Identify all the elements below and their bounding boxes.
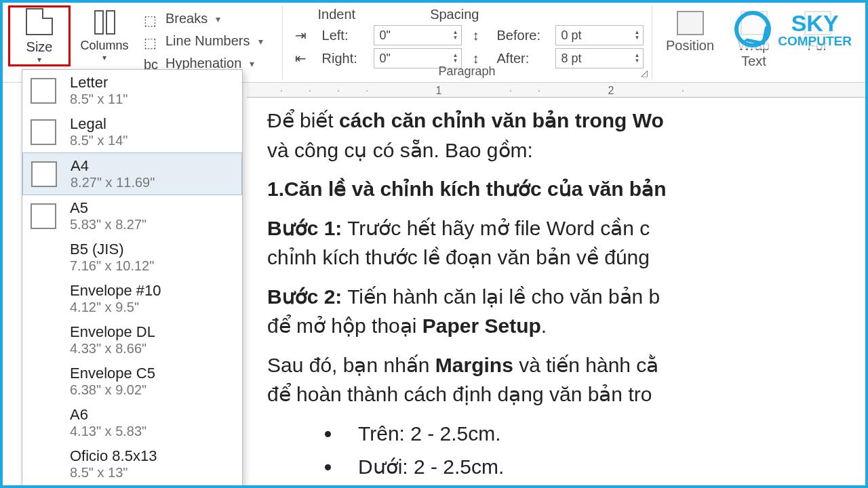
position-button[interactable]: Position (663, 11, 717, 54)
size-option-name: Legal (70, 115, 127, 133)
size-option-name: Oficio 8.5x13 (70, 447, 157, 465)
size-button[interactable]: Size ▾ (8, 5, 71, 66)
document-area[interactable]: Để biết cách căn chỉnh văn bản trong Wo … (267, 99, 865, 485)
size-option-name: A4 (71, 157, 155, 175)
size-option-dims: 4.13" x 5.83" (70, 424, 146, 439)
columns-icon (94, 10, 115, 35)
doc-step-label: Bước 1: (267, 217, 342, 239)
size-option-dims: 7.16" x 10.12" (70, 258, 154, 274)
size-option-b5-jis-[interactable]: B5 (JIS)7.16" x 10.12" (22, 237, 242, 278)
size-option-name: A6 (70, 406, 146, 424)
ruler-mark-1: 1 (381, 85, 496, 97)
size-option-dims: 8.5" x 13" (70, 465, 157, 481)
doc-text: để hoàn thành cách định dạng văn bản tro (267, 383, 652, 405)
chevron-down-icon: ▾ (216, 14, 220, 24)
indent-right-value: 0" (380, 52, 391, 66)
size-option-letter[interactable]: Letter8.5" x 11" (22, 70, 242, 111)
paper-icon (31, 451, 56, 477)
paper-icon (31, 119, 56, 145)
hyphenation-icon: bc (144, 57, 160, 70)
size-option-a4[interactable]: A48.27" x 11.69" (22, 152, 242, 195)
size-option-envelope-10[interactable]: Envelope #104.12" x 9.5" (22, 278, 242, 319)
paper-icon (31, 245, 56, 270)
size-option-dims: 5.83" x 8.27" (70, 217, 146, 232)
line-numbers-icon: ⬚ (144, 35, 160, 48)
breaks-icon: ⬚ (144, 12, 160, 26)
logo-icon (734, 11, 771, 47)
paper-icon (31, 203, 56, 229)
doc-heading: 1.Căn lề và chỉnh kích thước của văn bản (267, 174, 865, 204)
paper-icon (31, 78, 56, 104)
spacing-before-value: 0 pt (561, 28, 582, 43)
indent-left-input[interactable]: 0" ▲▼ (374, 25, 462, 45)
size-option-dims: 4.33" x 8.66" (70, 341, 155, 357)
size-option-dims: 8.27" x 11.69" (71, 175, 155, 190)
size-option-envelope-dl[interactable]: Envelope DL4.33" x 8.66" (22, 319, 242, 361)
left-label: Left: (322, 28, 370, 43)
size-option-legal[interactable]: Legal8.5" x 14" (22, 111, 242, 152)
indent-left-icon: ⇥ (291, 27, 311, 43)
size-option-envelope-c5[interactable]: Envelope C56.38" x 9.02" (22, 361, 242, 402)
breaks-button[interactable]: ⬚ Breaks ▾ (138, 9, 269, 28)
dialog-launcher-icon[interactable]: ◿ (641, 68, 648, 78)
size-label: Size (26, 39, 53, 55)
breaks-label: Breaks (165, 11, 208, 26)
position-label: Position (666, 38, 714, 54)
doc-text-bold: Margins (435, 354, 513, 376)
size-option-dims: 8.5" x 11" (70, 92, 127, 107)
size-option-dims: 4.12" x 9.5" (70, 300, 161, 315)
chevron-down-icon: ▾ (250, 58, 254, 69)
doc-text: Trước hết hãy mở file Word cần c (342, 217, 650, 239)
doc-text: và tiến hành cằ (513, 354, 658, 376)
page-size-icon (26, 8, 53, 35)
spacing-after-value: 8 pt (561, 52, 582, 66)
size-option-name: Envelope C5 (70, 365, 155, 382)
columns-label: Columns (80, 39, 128, 53)
size-option-dims: 8.5" x 14" (70, 133, 127, 148)
spinner-icon[interactable]: ▲▼ (453, 30, 458, 41)
spinner-icon[interactable]: ▲▼ (635, 53, 640, 64)
size-option-a5[interactable]: A55.83" x 8.27" (22, 195, 242, 237)
chevron-down-icon: ▾ (37, 55, 41, 64)
columns-button[interactable]: Columns ▾ (77, 5, 132, 66)
doc-text: Tiến hành căn lại lề cho văn bản b (342, 285, 660, 308)
spinner-icon[interactable]: ▲▼ (453, 53, 458, 64)
before-label: Before: (497, 28, 551, 43)
indent-title: Indent (318, 7, 356, 22)
size-option-dims: 6.38" x 9.02" (70, 382, 155, 398)
paragraph-title: Paragraph (283, 64, 652, 79)
doc-text: Sau đó, bạn nhấn (267, 354, 435, 376)
doc-text: Để biết (267, 109, 339, 131)
paragraph-group: Indent Spacing ⇥ Left: 0" ▲▼ ↕ Before: 0… (282, 5, 652, 80)
paper-icon (31, 161, 57, 187)
spinner-icon[interactable]: ▲▼ (635, 30, 640, 41)
line-numbers-button[interactable]: ⬚ Line Numbers ▾ (138, 32, 269, 50)
doc-text-bold: Paper Setup (422, 314, 541, 337)
size-dropdown: Letter8.5" x 11"Legal8.5" x 14"A48.27" x… (22, 69, 243, 488)
ruler-mark-2: 2 (553, 85, 669, 97)
doc-text-bold: cách căn chỉnh văn bản trong Wo (339, 109, 664, 131)
size-option-oficio-8-5x13[interactable]: Oficio 8.5x138.5" x 13" (22, 443, 242, 485)
paper-icon (31, 369, 56, 394)
logo-text-1: SKY (791, 12, 839, 35)
paper-icon (31, 327, 56, 353)
spacing-before-input[interactable]: 0 pt ▲▼ (555, 25, 644, 45)
indent-left-value: 0" (380, 28, 391, 43)
line-numbers-label: Line Numbers (165, 33, 250, 49)
size-option-name: A5 (70, 199, 146, 217)
size-option-a6[interactable]: A64.13" x 5.83" (22, 402, 242, 443)
doc-step-label: Bước 2: (267, 285, 342, 308)
doc-text: để mở hộp thoại (267, 314, 422, 337)
paper-icon (31, 286, 56, 312)
chevron-down-icon: ▾ (102, 53, 106, 62)
list-item: Dưới: 2 - 2.5cm. (342, 452, 865, 482)
doc-list: Trên: 2 - 2.5cm. Dưới: 2 - 2.5cm. (267, 419, 865, 482)
size-option-name: Envelope #10 (70, 282, 161, 300)
ruler[interactable]: ·· ·· 1 ·· 2 · (247, 83, 865, 98)
page-setup-group: ⬚ Breaks ▾ ⬚ Line Numbers ▾ bc Hyphenati… (138, 5, 269, 73)
size-option-name: Envelope DL (70, 323, 155, 341)
logo-text-2: COMPUTER (778, 35, 852, 47)
size-option-name: B5 (JIS) (70, 241, 154, 258)
doc-text: và công cụ có sẵn. Bao gồm: (267, 139, 533, 161)
doc-text: chỉnh kích thước lề đoạn văn bản về đúng (267, 246, 650, 268)
